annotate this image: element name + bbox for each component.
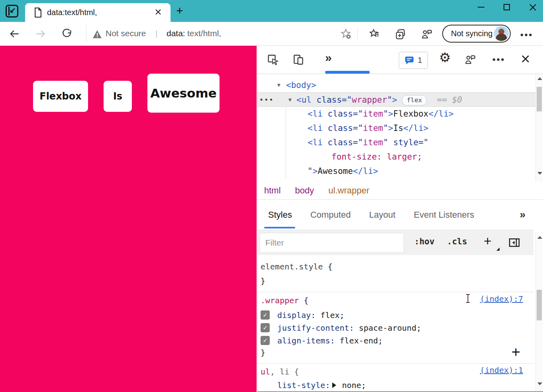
add-favorite-star-icon[interactable] [340,28,351,39]
toolbar-separator [357,27,358,41]
code-token: </li> [429,109,454,119]
elements-tree-row-ul-wrapper[interactable]: •••▼<ul class="wrapper">flex == $0 [257,92,535,107]
code-token: > [388,123,393,133]
scroll-down-arrow[interactable] [537,172,542,175]
new-tab-button[interactable]: + [174,6,185,17]
more-tabs-chevron-icon[interactable]: » [325,51,332,64]
rule-separator [257,363,533,364]
issues-message-icon [404,55,414,65]
class-toggle[interactable]: .cls [447,237,467,246]
tab-layout[interactable]: Layout [369,210,395,220]
hover-state-toggle[interactable]: :hov [414,237,435,246]
tab-close-icon[interactable] [155,8,162,16]
back-button[interactable] [9,28,20,39]
devtools-close-icon[interactable] [521,55,530,63]
code-token: </li> [403,123,428,133]
property-display[interactable]: ✓ display: flex; [257,309,533,322]
app-icon[interactable] [6,5,18,18]
toggle-sidebar-icon[interactable] [508,236,520,248]
sidebar-tabs: Styles Computed Layout Event Listeners » [257,200,543,230]
breadcrumb-body[interactable]: body [295,185,314,196]
elements-scrollbar[interactable] [535,74,543,181]
tab-title: data:text/html, [47,8,97,17]
code-token [388,138,393,147]
feedback-person-icon[interactable] [421,28,433,40]
reload-button[interactable] [61,28,73,39]
scrollbar-thumb[interactable] [537,290,542,320]
tab-computed[interactable]: Computed [310,210,351,220]
scroll-up-arrow[interactable] [537,77,542,80]
url-scheme[interactable]: data: [167,29,185,38]
elements-tree-row-li-flexbox[interactable]: <li class="item">Flexbox</li> [257,107,535,121]
elements-tree-row-li-style-open[interactable]: <li class="item" style=" [257,135,535,150]
wrapper-rule-source-link[interactable]: (index):7 [480,294,523,304]
not-secure-warning-icon[interactable] [92,30,102,39]
device-toolbar-icon[interactable] [292,54,304,66]
tab-event-listeners[interactable]: Event Listeners [414,210,474,220]
new-style-rule-button[interactable]: + [484,233,492,249]
code-token [323,109,328,119]
property-align-items[interactable]: ✓ align-items: flex-end; [257,334,533,347]
code-token: Flexbox [393,109,429,119]
row-actions-dots[interactable]: ••• [259,93,274,107]
browser-menu-icon[interactable]: ••• [520,30,533,40]
elements-tree-row-head[interactable]: <head> </head> [257,74,535,78]
property-checkbox[interactable]: ✓ [261,336,270,345]
breadcrumb-ul-wrapper[interactable]: ul.wrapper [328,185,369,196]
ul-li-rule-source-link[interactable]: (index):1 [480,365,523,375]
code-token: <body> [286,80,316,90]
add-property-button[interactable]: + [512,343,520,360]
styles-scrollbar[interactable] [535,232,543,391]
flex-item-flexbox: Flexbox [33,81,88,112]
flex-badge[interactable]: flex [402,95,427,105]
window-maximize-button[interactable] [504,4,510,10]
window-close-button[interactable] [529,4,537,11]
code-token: <ul [296,95,312,105]
settings-gear-icon[interactable]: ⚙ [439,52,451,64]
devtools-menu-icon[interactable]: ••• [492,55,505,65]
ul-li-rule-selector[interactable]: ul, li { [261,365,299,378]
property-checkbox[interactable]: ✓ [261,323,270,332]
new-rule-dropdown-corner [496,248,500,251]
more-sidebar-tabs-chevron-icon[interactable]: » [520,209,525,221]
issues-counter[interactable]: 1 [399,52,428,69]
code-token: class=" [328,109,363,119]
elements-tree-row-li-style-close[interactable]: ">Awesome</li> [257,164,535,178]
browser-titlebar: data:text/html, + [0,0,543,22]
sync-status-pill[interactable]: Not syncing [442,25,511,43]
scrollbar-thumb[interactable] [537,87,542,111]
code-token [316,74,321,76]
elements-tree-row-li-is[interactable]: <li class="item">Is</li> [257,121,535,135]
element-style-rule[interactable]: element.style { [261,260,333,273]
code-token: item [363,109,383,119]
styles-filter-input[interactable] [260,233,404,253]
collections-icon[interactable] [394,28,406,40]
property-list-style[interactable]: list-style: none; [257,379,533,392]
expand-shorthand-icon[interactable] [332,382,336,388]
wrapper-rule-selector[interactable]: .wrapper { [261,294,308,307]
security-label[interactable]: Not secure [106,29,146,38]
scroll-down-arrow[interactable] [537,382,542,385]
code-token: class=" [328,123,363,133]
breadcrumb-html[interactable]: html [264,185,281,196]
expander-triangle-icon[interactable]: ▼ [277,78,280,92]
toolbar-separator [86,25,86,42]
elements-tree-row-inline-style[interactable]: font-size: larger; [257,150,535,164]
scroll-up-arrow[interactable] [537,236,542,239]
forward-button[interactable] [35,28,46,39]
url-rest[interactable]: text/html, [187,29,221,38]
window-minimize-button[interactable] [478,7,484,8]
tab-styles[interactable]: Styles [268,210,292,220]
devtools-feedback-icon[interactable] [464,54,476,66]
rendered-page: Flexbox Is Awesome [0,46,257,392]
elements-tree-row-body[interactable]: ▼<body> [257,78,535,92]
browser-tab[interactable]: data:text/html, [25,3,171,22]
styles-tab-underline [264,227,295,228]
inspect-element-icon[interactable] [267,54,279,66]
property-justify-content[interactable]: ✓ justify-content: space-around; [257,322,533,334]
expander-triangle-icon[interactable]: ▼ [288,93,292,107]
favorites-star-icon[interactable] [369,28,380,39]
browser-toolbar: Not secure | data: text/html, Not syncin… [0,22,543,46]
property-checkbox[interactable]: ✓ [261,310,270,320]
code-token: > [313,166,318,176]
